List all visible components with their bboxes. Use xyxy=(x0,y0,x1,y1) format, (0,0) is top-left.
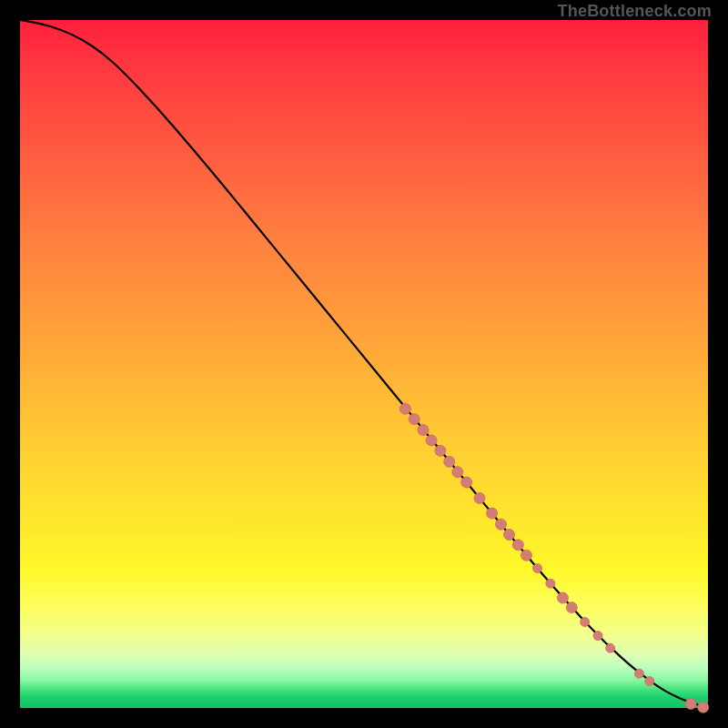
data-marker xyxy=(566,602,577,613)
attribution-text: TheBottleneck.com xyxy=(558,2,712,21)
data-marker xyxy=(426,435,437,446)
data-marker xyxy=(504,529,515,540)
data-marker xyxy=(606,643,615,652)
data-marker xyxy=(521,550,531,561)
data-marker xyxy=(557,592,568,603)
data-marker xyxy=(452,467,463,478)
chart-overlay xyxy=(20,20,708,708)
data-marker xyxy=(474,492,485,503)
data-marker xyxy=(645,677,654,686)
data-marker xyxy=(634,669,643,678)
data-marker xyxy=(409,413,420,424)
data-marker xyxy=(495,519,506,530)
data-marker xyxy=(685,698,696,709)
data-marker xyxy=(444,456,455,467)
data-marker xyxy=(418,425,429,436)
data-marker xyxy=(399,403,410,414)
data-marker xyxy=(581,618,590,627)
chart-stage: TheBottleneck.com xyxy=(0,0,728,728)
bottleneck-curve xyxy=(20,20,708,708)
data-marker xyxy=(533,564,542,573)
data-marker xyxy=(512,540,523,551)
data-marker xyxy=(461,477,472,488)
data-marker xyxy=(593,632,602,641)
data-markers xyxy=(399,403,708,713)
data-marker xyxy=(435,445,446,456)
data-marker xyxy=(546,579,555,588)
data-marker xyxy=(698,702,709,713)
data-marker xyxy=(487,508,498,519)
